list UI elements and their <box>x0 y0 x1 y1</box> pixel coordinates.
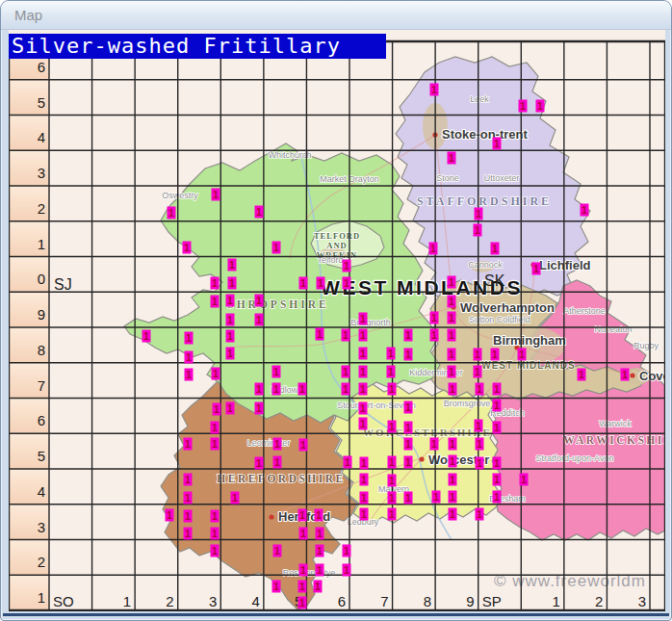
record-marker[interactable]: 1 <box>255 206 264 219</box>
record-marker[interactable]: 1 <box>359 348 368 360</box>
record-marker[interactable]: 1 <box>404 349 413 361</box>
record-marker[interactable]: 1 <box>211 296 220 308</box>
record-marker[interactable]: 1 <box>183 242 192 254</box>
record-marker[interactable]: 1 <box>493 474 502 486</box>
record-marker[interactable]: 1 <box>404 438 413 451</box>
record-marker[interactable]: 1 <box>518 349 527 361</box>
record-marker[interactable]: 1 <box>493 138 502 150</box>
record-marker[interactable]: 1 <box>342 383 350 396</box>
record-marker[interactable]: 1 <box>228 259 237 272</box>
record-marker[interactable]: 1 <box>388 383 397 396</box>
record-marker[interactable]: 1 <box>404 329 413 342</box>
record-marker[interactable]: 1 <box>578 369 586 381</box>
record-marker[interactable]: 1 <box>255 402 264 415</box>
record-marker[interactable]: 1 <box>184 510 193 523</box>
record-marker[interactable]: 1 <box>532 263 541 275</box>
record-marker[interactable]: 1 <box>475 420 483 432</box>
record-marker[interactable]: 1 <box>273 545 282 557</box>
record-marker[interactable]: 1 <box>299 439 308 452</box>
record-marker[interactable]: 1 <box>493 491 502 504</box>
record-marker[interactable]: 1 <box>255 295 264 307</box>
record-marker[interactable]: 1 <box>493 457 502 470</box>
map-canvas[interactable]: STAFFORDSHIREWARWICKSHIREWORCESTERSHIREH… <box>9 30 665 611</box>
record-marker[interactable]: 1 <box>359 402 368 415</box>
record-marker[interactable]: 1 <box>343 277 351 290</box>
record-marker[interactable]: 1 <box>228 277 237 290</box>
record-marker[interactable]: 1 <box>476 457 484 470</box>
record-marker[interactable]: 1 <box>430 329 439 342</box>
record-marker[interactable]: 1 <box>581 204 589 217</box>
record-marker[interactable]: 1 <box>359 383 368 396</box>
record-marker[interactable]: 1 <box>476 508 484 521</box>
record-marker[interactable]: 1 <box>168 207 176 220</box>
record-marker[interactable]: 1 <box>448 366 456 378</box>
record-marker[interactable]: 1 <box>493 422 502 434</box>
record-marker[interactable]: 1 <box>387 366 396 378</box>
record-marker[interactable]: 1 <box>299 564 308 577</box>
record-marker[interactable]: 1 <box>432 491 441 504</box>
record-marker[interactable]: 1 <box>449 508 457 521</box>
record-marker[interactable]: 1 <box>231 492 240 505</box>
record-marker[interactable]: 1 <box>342 366 350 378</box>
record-marker[interactable]: 1 <box>388 421 397 433</box>
record-marker[interactable]: 1 <box>359 418 368 430</box>
record-marker[interactable]: 1 <box>314 581 323 593</box>
record-marker[interactable]: 1 <box>315 509 323 522</box>
record-marker[interactable]: 1 <box>212 368 220 380</box>
record-marker[interactable]: 1 <box>184 474 193 486</box>
record-marker[interactable]: 1 <box>185 369 194 381</box>
record-marker[interactable]: 1 <box>430 438 439 451</box>
record-marker[interactable]: 1 <box>272 366 281 378</box>
record-marker[interactable]: 1 <box>185 332 194 345</box>
record-marker[interactable]: 1 <box>404 492 413 505</box>
record-marker[interactable]: 1 <box>360 492 369 505</box>
record-marker[interactable]: 1 <box>255 457 264 470</box>
record-marker[interactable]: 1 <box>343 260 351 272</box>
record-marker[interactable]: 1 <box>211 510 220 523</box>
record-marker[interactable]: 1 <box>212 189 220 201</box>
record-marker[interactable]: 1 <box>211 438 220 451</box>
record-marker[interactable]: 1 <box>213 403 221 416</box>
record-marker[interactable]: 1 <box>430 84 439 96</box>
record-marker[interactable]: 1 <box>272 383 281 396</box>
record-marker[interactable]: 1 <box>448 296 456 308</box>
record-marker[interactable]: 1 <box>316 528 324 540</box>
record-marker[interactable]: 1 <box>299 277 308 290</box>
record-marker[interactable]: 1 <box>299 528 308 540</box>
record-marker[interactable]: 1 <box>360 508 369 521</box>
record-marker[interactable]: 1 <box>448 312 456 324</box>
record-marker[interactable]: 1 <box>360 457 369 470</box>
record-marker[interactable]: 1 <box>226 402 235 415</box>
record-marker[interactable]: 1 <box>184 492 193 505</box>
record-marker[interactable]: 1 <box>474 366 482 378</box>
record-marker[interactable]: 1 <box>166 509 174 522</box>
record-marker[interactable]: 1 <box>404 456 413 469</box>
record-marker[interactable]: 1 <box>388 508 397 521</box>
record-marker[interactable]: 1 <box>255 314 264 326</box>
record-marker[interactable]: 1 <box>342 329 350 342</box>
record-marker[interactable]: 1 <box>298 383 307 396</box>
record-marker[interactable]: 1 <box>142 330 151 343</box>
record-marker[interactable]: 1 <box>211 422 220 434</box>
record-marker[interactable]: 1 <box>226 330 235 343</box>
record-marker[interactable]: 1 <box>491 349 500 361</box>
record-marker[interactable]: 1 <box>255 383 264 396</box>
window-titlebar[interactable]: Map <box>1 1 671 30</box>
record-marker[interactable]: 1 <box>404 422 413 434</box>
record-marker[interactable]: 1 <box>429 243 438 255</box>
record-marker[interactable]: 1 <box>491 243 500 255</box>
record-marker[interactable]: 1 <box>184 528 193 540</box>
record-marker[interactable]: 1 <box>474 224 482 237</box>
record-marker[interactable]: 1 <box>316 545 324 557</box>
record-marker[interactable]: 1 <box>388 475 397 487</box>
record-marker[interactable]: 1 <box>387 348 396 360</box>
record-marker[interactable]: 1 <box>211 545 220 557</box>
record-marker[interactable]: 1 <box>316 328 324 341</box>
record-marker[interactable]: 1 <box>448 152 456 165</box>
record-marker[interactable]: 1 <box>298 509 307 522</box>
record-marker[interactable]: 1 <box>211 528 220 540</box>
record-marker[interactable]: 1 <box>343 564 351 577</box>
record-marker[interactable]: 1 <box>298 597 307 609</box>
record-marker[interactable]: 1 <box>273 456 282 469</box>
record-marker[interactable]: 1 <box>448 349 456 361</box>
